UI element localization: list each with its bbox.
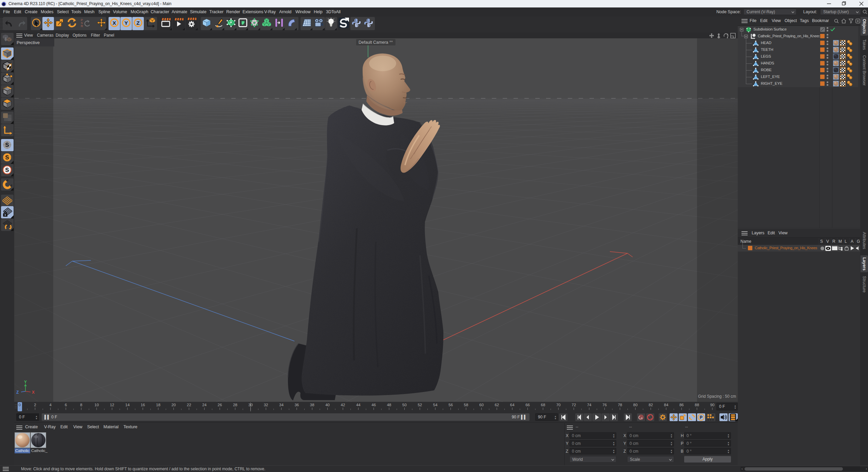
svg-text:78: 78 [618,403,622,407]
svg-text:Default Camera °°: Default Camera °° [359,40,393,45]
svg-text:8: 8 [80,403,82,407]
svg-text:82: 82 [649,403,653,407]
svg-text:0: 0 [19,403,21,407]
svg-text:42: 42 [341,403,345,407]
svg-text:62: 62 [495,403,499,407]
svg-text:14: 14 [125,403,130,407]
svg-text:68: 68 [541,403,545,407]
svg-text:36: 36 [294,403,299,407]
svg-text:76: 76 [602,403,607,407]
svg-text:Perspective: Perspective [17,40,40,45]
svg-text:40: 40 [325,403,330,407]
svg-text:12: 12 [110,403,114,407]
svg-text:72: 72 [572,403,576,407]
svg-text:Y: Y [24,380,27,385]
svg-text:26: 26 [218,403,222,407]
svg-text:66: 66 [525,403,530,407]
svg-text:34: 34 [279,403,284,407]
svg-text:Y: Y [124,20,128,26]
svg-text:84: 84 [664,403,669,407]
svg-text:2: 2 [34,403,36,407]
svg-text:S: S [5,142,9,148]
svg-text:80: 80 [633,403,638,407]
svg-text:74: 74 [587,403,592,407]
svg-text:S: S [5,167,9,173]
svg-text:10: 10 [95,403,99,407]
svg-text:24: 24 [202,403,207,407]
svg-text:52: 52 [418,403,422,407]
svg-text:48: 48 [387,403,391,407]
svg-text:28: 28 [233,403,237,407]
svg-text:X: X [32,390,35,395]
svg-text:22: 22 [187,403,191,407]
svg-text:46: 46 [371,403,376,407]
svg-text:38: 38 [310,403,314,407]
svg-text:P: P [700,415,702,420]
svg-text:16: 16 [141,403,145,407]
svg-text:64: 64 [510,403,515,407]
svg-text:60: 60 [479,403,484,407]
svg-text:S: S [5,154,9,161]
svg-text:88: 88 [695,403,699,407]
svg-text:X: X [113,20,116,26]
svg-text:58: 58 [464,403,468,407]
svg-text:Grid Spacing : 50 cm: Grid Spacing : 50 cm [698,394,736,399]
svg-text:4: 4 [50,403,52,407]
svg-text:6: 6 [65,403,67,407]
svg-text:20: 20 [171,403,176,407]
svg-text:86: 86 [679,403,684,407]
svg-text:70: 70 [556,403,561,407]
svg-text:Z: Z [16,390,19,395]
svg-text:50: 50 [402,403,407,407]
svg-text:44: 44 [356,403,361,407]
svg-text:32: 32 [264,403,268,407]
svg-text:18: 18 [156,403,160,407]
svg-text:Z: Z [136,20,140,26]
svg-text:R: R [81,24,83,28]
svg-text:54: 54 [433,403,438,407]
svg-text:90: 90 [710,403,715,407]
svg-text:56: 56 [448,403,453,407]
